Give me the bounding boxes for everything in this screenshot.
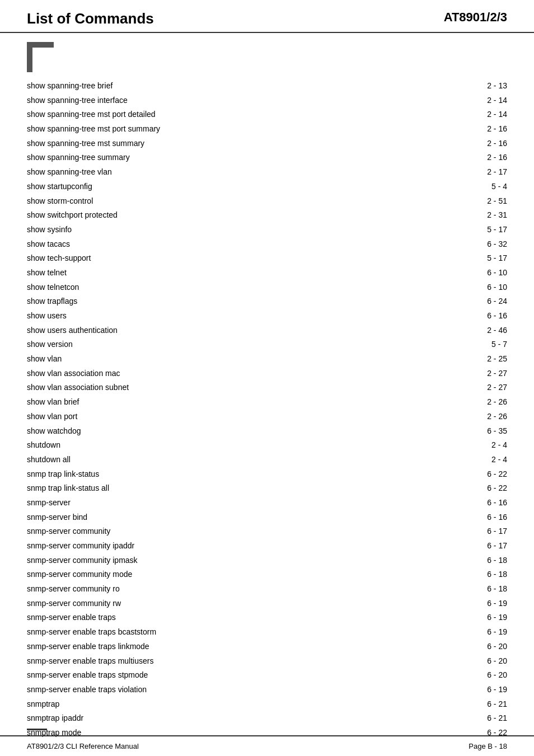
command-ref: 6 - 18	[487, 583, 507, 595]
table-row: show spanning-tree vlan2 - 17	[27, 165, 507, 180]
command-name: snmp-server community rw	[27, 598, 121, 610]
table-row: show watchdog6 - 35	[27, 424, 507, 439]
table-row: show vlan brief2 - 26	[27, 395, 507, 410]
command-ref: 6 - 21	[487, 698, 507, 711]
command-name: snmp-server community mode	[27, 569, 132, 581]
command-name: show vlan association mac	[27, 368, 120, 380]
table-row: show users authentication2 - 46	[27, 323, 507, 338]
command-ref: 2 - 16	[487, 152, 507, 164]
table-row: snmp-server enable traps multiusers6 - 2…	[27, 654, 507, 669]
command-ref: 6 - 21	[487, 712, 507, 725]
command-ref: 6 - 19	[487, 684, 507, 696]
table-row: snmp-server enable traps violation6 - 19	[27, 683, 507, 697]
table-row: show telnet6 - 10	[27, 266, 507, 280]
footer-right: Page B - 18	[469, 742, 507, 750]
command-name: show telnet	[27, 267, 67, 279]
command-ref: 6 - 16	[487, 511, 507, 524]
table-row: snmp trap link-status all6 - 22	[27, 481, 507, 496]
table-row: show spanning-tree mst port summary2 - 1…	[27, 122, 507, 137]
table-row: show spanning-tree interface2 - 14	[27, 93, 507, 108]
command-name: snmp-server enable traps	[27, 612, 116, 624]
table-row: show trapflags6 - 24	[27, 294, 507, 309]
footer-accent	[27, 729, 47, 730]
command-name: show users authentication	[27, 325, 118, 337]
command-name: shutdown	[27, 439, 60, 452]
command-name: shutdown all	[27, 454, 71, 466]
command-name: show sysinfo	[27, 224, 72, 236]
command-ref: 5 - 17	[487, 224, 507, 236]
command-ref: 5 - 7	[491, 339, 507, 351]
table-row: snmp-server community ipmask6 - 18	[27, 553, 507, 568]
table-row: show spanning-tree summary2 - 16	[27, 151, 507, 165]
command-name: snmp-server enable traps stpmode	[27, 669, 148, 682]
table-row: show switchport protected2 - 31	[27, 208, 507, 223]
command-name: show version	[27, 339, 73, 351]
command-ref: 6 - 20	[487, 641, 507, 653]
table-row: snmp-server enable traps linkmode6 - 20	[27, 640, 507, 654]
table-row: show version5 - 7	[27, 337, 507, 352]
page-title: List of Commands	[27, 10, 154, 27]
table-row: show vlan association mac2 - 27	[27, 367, 507, 381]
command-name: show spanning-tree summary	[27, 152, 130, 164]
command-ref: 6 - 24	[487, 295, 507, 308]
table-row: shutdown2 - 4	[27, 438, 507, 453]
table-row: snmp-server community rw6 - 19	[27, 597, 507, 611]
command-name: snmp-server enable traps multiusers	[27, 655, 153, 668]
command-name: snmp-server enable traps bcaststorm	[27, 626, 156, 638]
table-row: snmp-server6 - 16	[27, 496, 507, 510]
command-name: snmp trap link-status all	[27, 482, 109, 495]
table-row: show telnetcon6 - 10	[27, 280, 507, 295]
command-ref: 6 - 22	[487, 482, 507, 495]
command-name: snmp-server community ipaddr	[27, 540, 134, 552]
command-ref: 6 - 22	[487, 468, 507, 481]
table-row: snmp-server enable traps6 - 19	[27, 611, 507, 625]
table-row: show spanning-tree mst port detailed2 - …	[27, 107, 507, 122]
command-name: show spanning-tree vlan	[27, 166, 112, 179]
command-name: show tech-support	[27, 252, 91, 265]
command-ref: 2 - 17	[487, 166, 507, 179]
command-name: show tacacs	[27, 238, 70, 251]
command-ref: 2 - 14	[487, 95, 507, 107]
page-model: AT8901/2/3	[444, 10, 507, 25]
command-ref: 2 - 14	[487, 109, 507, 121]
table-row: show spanning-tree brief2 - 13	[27, 79, 507, 93]
command-ref: 6 - 16	[487, 310, 507, 322]
command-ref: 2 - 51	[487, 195, 507, 208]
command-ref: 6 - 35	[487, 425, 507, 438]
table-row: snmp-server enable traps bcaststorm6 - 1…	[27, 625, 507, 640]
command-name: show telnetcon	[27, 281, 79, 294]
table-row: show vlan port2 - 26	[27, 410, 507, 424]
table-row: snmp-server community6 - 17	[27, 524, 507, 539]
command-ref: 2 - 4	[491, 454, 507, 466]
command-name: show watchdog	[27, 425, 81, 438]
command-ref: 6 - 32	[487, 238, 507, 251]
table-row: show startupconfig5 - 4	[27, 180, 507, 194]
command-name: show vlan association subnet	[27, 382, 129, 394]
command-name: snmp-server community ipmask	[27, 555, 138, 567]
table-row: show vlan association subnet2 - 27	[27, 381, 507, 395]
command-name: show spanning-tree interface	[27, 95, 128, 107]
command-ref: 2 - 27	[487, 368, 507, 380]
command-name: snmp trap link-status	[27, 468, 99, 481]
command-ref: 2 - 16	[487, 138, 507, 150]
table-row: show storm-control2 - 51	[27, 194, 507, 209]
table-row: snmptrap6 - 21	[27, 697, 507, 712]
command-name: snmp-server enable traps linkmode	[27, 641, 149, 653]
command-ref: 6 - 18	[487, 569, 507, 581]
command-ref: 5 - 17	[487, 252, 507, 265]
command-name: show vlan brief	[27, 396, 79, 408]
command-ref: 6 - 17	[487, 525, 507, 538]
table-row: show users6 - 16	[27, 309, 507, 323]
command-ref: 2 - 4	[491, 439, 507, 452]
command-ref: 6 - 20	[487, 669, 507, 682]
command-name: snmp-server	[27, 497, 71, 509]
footer-left: AT8901/2/3 CLI Reference Manual	[27, 742, 139, 750]
command-ref: 2 - 26	[487, 411, 507, 423]
table-row: show tech-support5 - 17	[27, 251, 507, 266]
command-name: show users	[27, 310, 67, 322]
table-row: snmp-server enable traps stpmode6 - 20	[27, 668, 507, 683]
command-name: snmp-server enable traps violation	[27, 684, 147, 696]
command-name: snmp-server community	[27, 525, 110, 538]
command-name: show spanning-tree mst summary	[27, 138, 144, 150]
command-ref: 2 - 16	[487, 123, 507, 135]
